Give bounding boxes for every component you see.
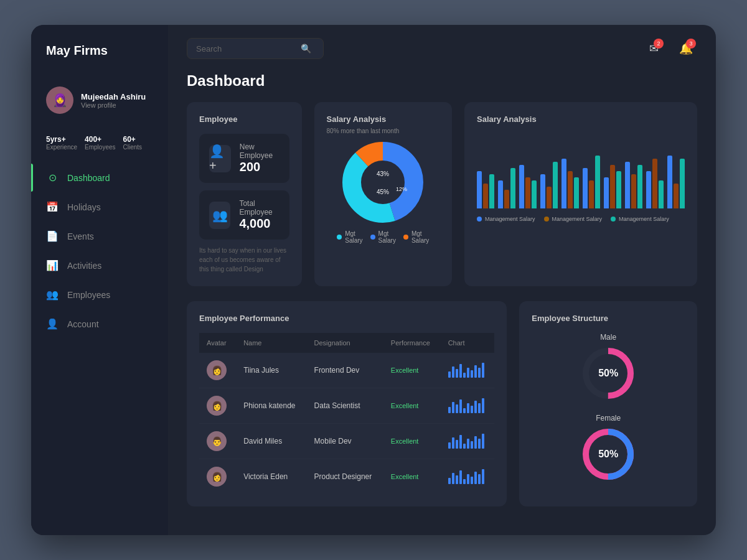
donut-female-chart: 50% — [580, 426, 636, 482]
cell-avatar: 👩 — [199, 353, 236, 388]
donut-container: Male 50% Female — [532, 333, 685, 482]
bar — [547, 187, 552, 208]
cell-chart — [441, 353, 495, 388]
new-employee-icon: 👤+ — [209, 145, 231, 172]
performance-badge: Excellent — [391, 437, 419, 445]
cell-name: David Miles — [236, 424, 306, 459]
salary-pie-title: Salary Analysis — [327, 114, 439, 124]
bar — [625, 162, 630, 208]
legend-item-2: MgtSalary — [370, 230, 396, 244]
cell-designation: Data Scientist — [307, 388, 383, 424]
total-employee-card: 👥 Total Employee 4,000 — [199, 190, 289, 240]
cell-name: Phiona katende — [236, 388, 306, 424]
mini-bar — [467, 439, 469, 449]
mini-bar — [452, 473, 454, 484]
holidays-icon: 📅 — [46, 201, 59, 213]
bar — [519, 165, 524, 208]
donut-male-label: Male — [600, 333, 616, 342]
cell-designation: Product Designer — [307, 459, 383, 495]
sidebar-item-label: Dashboard — [67, 173, 110, 183]
legend-label-2: MgtSalary — [378, 230, 396, 244]
svg-text:12%: 12% — [396, 186, 407, 192]
profile-section: 🧕 Mujeedah Ashiru View profile — [31, 77, 168, 124]
col-avatar: Avatar — [199, 333, 236, 353]
header: 🔍 ✉ 2 🔔 3 — [168, 25, 716, 72]
legend-item-3: MgtSalary — [403, 230, 429, 244]
stat-clients-value: 60+ — [123, 135, 143, 144]
svg-text:43%: 43% — [377, 170, 389, 177]
bar-group — [498, 168, 515, 208]
mini-bar — [448, 478, 451, 484]
bar — [616, 171, 621, 208]
mini-chart — [448, 469, 487, 484]
profile-name: Mujeedah Ashiru — [81, 92, 146, 101]
cell-performance: Excellent — [383, 353, 441, 388]
mini-bar — [474, 365, 477, 378]
table-body: 👩Tiina JulesFrontend DevExcellent👩Phiona… — [199, 353, 494, 494]
performance-title: Employee Performance — [199, 314, 494, 323]
legend-dot-2 — [370, 235, 375, 240]
bar-dot-1 — [477, 217, 482, 222]
sidebar-item-employees[interactable]: 👥 Employees — [31, 281, 168, 309]
sidebar-item-dashboard[interactable]: ⊙ Dashboard — [31, 164, 168, 192]
bar — [667, 156, 672, 208]
total-employee-value: 4,000 — [239, 217, 279, 231]
bar — [652, 159, 657, 208]
mini-bar — [478, 403, 481, 413]
stat-employees: 400+ Employees — [85, 135, 115, 151]
performance-table: Avatar Name Designation Performance Char… — [199, 333, 494, 494]
bar-chart-area — [477, 134, 685, 208]
salary-pie-card: Salary Analysis 80% more than last month — [314, 102, 452, 286]
bottom-row: Employee Performance Avatar Name Designa… — [187, 301, 697, 506]
nav-menu: ⊙ Dashboard 📅 Holidays 📄 Events 📊 Activi… — [31, 163, 168, 516]
performance-badge: Excellent — [391, 402, 419, 409]
notification-button[interactable]: 🔔 3 — [675, 37, 697, 60]
mini-bar — [482, 469, 484, 484]
page-title: Dashboard — [187, 72, 697, 90]
bar-group — [667, 156, 685, 208]
mini-bar — [471, 477, 473, 484]
bar-legend-3: Management Salary — [611, 216, 669, 222]
stat-experience: 5yrs+ Experience — [46, 135, 77, 151]
mini-bar — [448, 371, 451, 378]
sidebar-item-events[interactable]: 📄 Events — [31, 222, 168, 250]
cell-avatar: 👨 — [199, 424, 236, 459]
sidebar-item-holidays[interactable]: 📅 Holidays — [31, 193, 168, 221]
cell-designation: Frontend Dev — [307, 353, 383, 388]
mini-bar — [482, 398, 484, 413]
new-employee-card: 👤+ New Employee 200 — [199, 134, 289, 183]
mini-bar — [448, 442, 451, 449]
avatar: 🧕 — [46, 86, 73, 114]
donut-female-value: 50% — [598, 449, 618, 460]
donut-male: Male 50% — [580, 333, 636, 401]
mini-bar — [456, 404, 458, 413]
search-input[interactable] — [196, 44, 296, 54]
table-row: 👩Victoria EdenProduct DesignerExcellent — [199, 459, 494, 495]
cell-avatar: 👩 — [199, 459, 236, 495]
sidebar-item-label: Events — [67, 231, 94, 241]
perf-avatar: 👩 — [207, 396, 227, 416]
bar-dot-2 — [544, 217, 549, 222]
bar — [680, 159, 685, 208]
bar — [483, 184, 488, 208]
view-profile-link[interactable]: View profile — [81, 101, 146, 109]
bar — [477, 171, 482, 208]
app-container: May Firms 🧕 Mujeedah Ashiru View profile… — [31, 25, 716, 535]
stat-experience-value: 5yrs+ — [46, 135, 77, 144]
bar — [583, 168, 588, 208]
perf-avatar: 👩 — [207, 467, 227, 487]
mail-badge: 2 — [654, 39, 664, 49]
sidebar-item-account[interactable]: 👤 Account — [31, 310, 168, 338]
bar-group — [540, 162, 558, 208]
mini-bar — [459, 470, 462, 484]
col-performance: Performance — [383, 333, 441, 353]
mail-button[interactable]: ✉ 2 — [642, 37, 665, 60]
pie-chart-wrapper: 43% 45% 12% — [327, 142, 439, 223]
svg-text:45%: 45% — [377, 189, 389, 195]
sidebar-item-label: Holidays — [67, 202, 101, 212]
sidebar-item-activities[interactable]: 📊 Activities — [31, 251, 168, 279]
mini-bar — [463, 408, 466, 413]
new-employee-value: 200 — [240, 160, 280, 174]
bar-dot-3 — [611, 217, 616, 222]
mini-bar — [459, 399, 462, 413]
